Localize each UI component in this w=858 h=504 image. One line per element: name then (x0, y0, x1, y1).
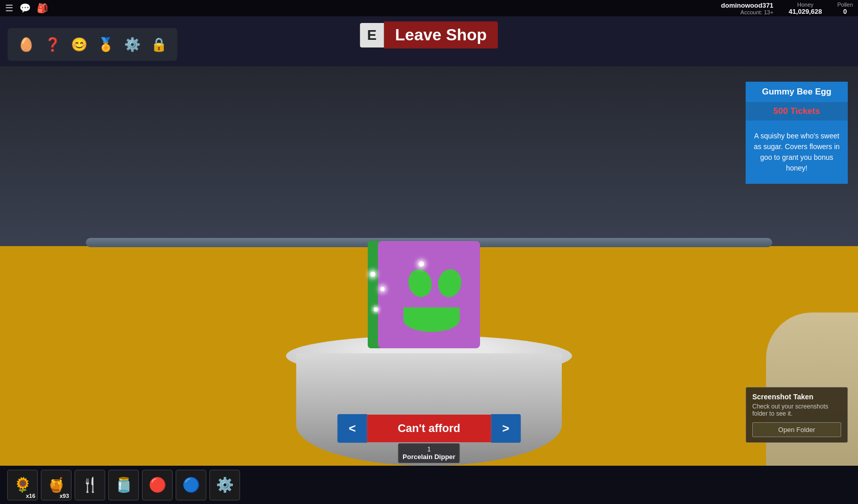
open-folder-button[interactable]: Open Folder (752, 422, 841, 437)
hamburger-icon[interactable]: ☰ (5, 3, 13, 14)
gummy-bee-egg-display (368, 241, 490, 358)
screenshot-title: Screenshot Taken (752, 393, 841, 401)
lock-icon[interactable]: 🔒 (148, 33, 170, 56)
tooltip-count: 1 (402, 446, 455, 453)
inventory-icon-6: ⚙️ (216, 476, 234, 493)
sparkle-1 (370, 272, 375, 277)
cant-afford-button[interactable]: Can't afford (367, 415, 491, 442)
honey-label: Honey (789, 2, 822, 8)
leave-shop-label: Leave Shop (384, 21, 498, 49)
sparkle-4 (374, 307, 378, 311)
leave-shop-key: E (360, 23, 384, 47)
player-account: Account: 13+ (721, 9, 774, 15)
badge-icon[interactable]: 🏅 (94, 33, 117, 56)
top-bar-left: ☰ 💬 🎒 (5, 3, 48, 14)
cube-eye-right (436, 268, 464, 299)
player-name: dominowood371 (721, 2, 774, 9)
item-tooltip: 1 Porcelain Dipper (398, 443, 460, 463)
inventory-bar: 🌻 x16 🍯 x93 🍴 🫙 🔴 🔵 ⚙️ (0, 466, 858, 504)
inventory-count-1: x93 (60, 493, 69, 499)
left-toolbar: 🥚 ❓ 😊 🏅 ⚙️ 🔒 (8, 28, 177, 61)
bag-icon[interactable]: 🎒 (37, 3, 48, 14)
inventory-item-1[interactable]: 🍯 x93 (41, 470, 72, 500)
leave-shop-button[interactable]: E Leave Shop (360, 21, 498, 49)
nav-buttons: < Can't afford > (338, 414, 521, 443)
egg-icon[interactable]: 🥚 (15, 33, 37, 56)
inventory-icon-2: 🍴 (81, 476, 99, 493)
screenshot-notification: Screenshot Taken Check out your screensh… (746, 387, 848, 443)
sparkle-3 (419, 261, 424, 267)
cube-eye-left (406, 267, 435, 300)
tooltip-name: Porcelain Dipper (402, 453, 455, 461)
pollen-label: Pollen (837, 2, 853, 8)
inventory-icon-1: 🍯 (47, 476, 65, 493)
inventory-item-4[interactable]: 🔴 (142, 470, 173, 500)
cube-mouth (403, 307, 460, 332)
inventory-icon-3: 🫙 (115, 476, 133, 493)
game-scene (0, 66, 858, 466)
item-title: Gummy Bee Egg (746, 82, 848, 102)
player-info: dominowood371 Account: 13+ (721, 2, 774, 15)
sparkle-2 (380, 287, 385, 291)
item-price: 500 Tickets (746, 102, 848, 121)
pollen-value: 0 (837, 8, 853, 15)
inventory-item-2[interactable]: 🍴 (75, 470, 105, 500)
ceiling (0, 66, 858, 246)
next-item-button[interactable]: > (491, 414, 520, 443)
prev-item-button[interactable]: < (338, 414, 367, 443)
inventory-item-6[interactable]: ⚙️ (209, 470, 240, 500)
character-icon[interactable]: 😊 (68, 33, 90, 56)
inventory-item-0[interactable]: 🌻 x16 (7, 470, 38, 500)
inventory-count-0: x16 (26, 493, 35, 499)
inventory-icon-5: 🔵 (182, 476, 200, 493)
settings-icon[interactable]: ⚙️ (121, 33, 144, 56)
inventory-icon-4: 🔴 (149, 476, 166, 493)
item-info-panel: Gummy Bee Egg 500 Tickets A squishy bee … (746, 82, 848, 184)
screenshot-description: Check out your screenshots folder to see… (752, 403, 841, 417)
inventory-item-5[interactable]: 🔵 (176, 470, 206, 500)
cube-front-face (378, 241, 480, 348)
quest-icon[interactable]: ❓ (41, 33, 64, 56)
honey-block: Honey 41,029,628 (789, 2, 822, 15)
inventory-icon-0: 🌻 (14, 476, 32, 493)
chat-icon[interactable]: 💬 (19, 3, 31, 14)
pollen-block: Pollen 0 (837, 2, 853, 15)
top-bar: ☰ 💬 🎒 dominowood371 Account: 13+ Honey 4… (0, 0, 858, 16)
top-bar-right: dominowood371 Account: 13+ Honey 41,029,… (721, 2, 853, 15)
honey-value: 41,029,628 (789, 8, 822, 15)
inventory-item-3[interactable]: 🫙 (108, 470, 139, 500)
item-description: A squishy bee who's sweet as sugar. Cove… (746, 121, 848, 184)
